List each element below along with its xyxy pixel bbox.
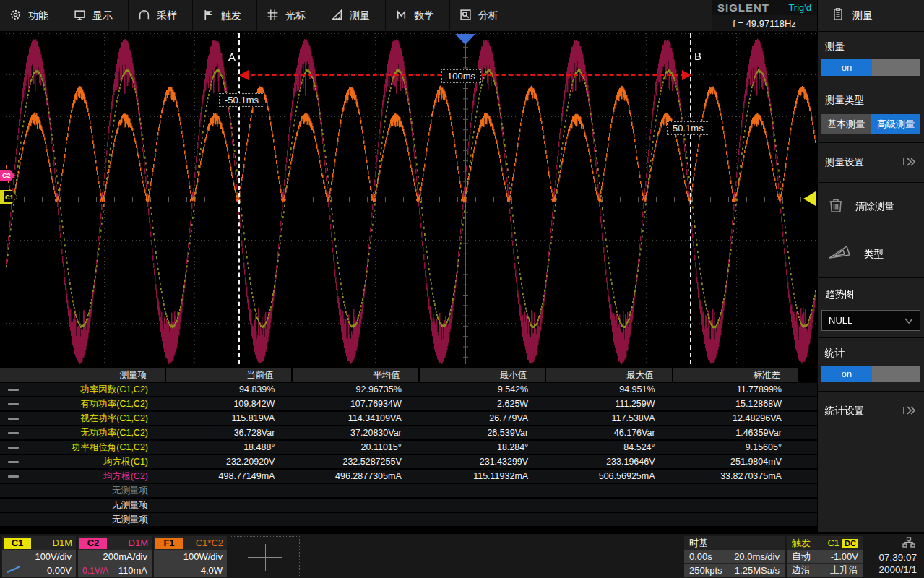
- channel2-probe-ratio: 0.1V/A: [82, 566, 108, 576]
- table-row[interactable]: 均方根(C1) 232.20920V 232.5287255V 231.4329…: [0, 455, 817, 470]
- trend-dropdown[interactable]: NULL: [821, 310, 920, 331]
- waveform-canvas[interactable]: [6, 33, 816, 364]
- measurement-current: 498.77149mA: [166, 471, 293, 481]
- menu-cursors[interactable]: 光标: [257, 0, 321, 31]
- table-row[interactable]: 视在功率(C1,C2) 115.819VA 114.34109VA 26.779…: [0, 412, 817, 426]
- trend-dash-icon: [0, 418, 26, 420]
- measurement-name: 视在功率(C1,C2): [26, 413, 166, 425]
- table-row[interactable]: 均方根(C2) 498.77149mA 496.2877305mA 115.11…: [0, 470, 817, 484]
- timebase-title: 时基: [689, 537, 708, 550]
- table-row[interactable]: 功率相位角(C1,C2) 18.488° 20.11015° 18.284° 8…: [0, 441, 817, 455]
- trigger-flag-icon: [202, 9, 215, 23]
- measure-kind-label: 类型: [864, 248, 884, 261]
- table-row[interactable]: 无测量项: [0, 499, 817, 513]
- trigger-mode: 自动: [792, 550, 811, 563]
- measurement-mean: 20.11015°: [293, 442, 419, 452]
- trend-label: 趋势图: [818, 278, 924, 307]
- analysis-icon: [459, 9, 472, 23]
- panel-expand-icon: [902, 405, 915, 418]
- menu-math[interactable]: 数学: [386, 0, 450, 31]
- header-stdev: 标准差: [673, 368, 798, 382]
- trigger-status: Trig'd: [788, 2, 811, 13]
- stats-settings-row[interactable]: 统计设置: [818, 392, 924, 431]
- cursor-b-line[interactable]: [690, 33, 691, 364]
- channel2-offset: 110mA: [118, 565, 147, 576]
- measurement-min: 9.542%: [420, 384, 546, 394]
- measurement-max: 94.951%: [546, 384, 673, 394]
- trigger-block[interactable]: 触发 C1DC 自动 -1.00V 边沿 上升沿: [787, 536, 863, 577]
- menu-measure[interactable]: 测量: [321, 0, 386, 31]
- cursor-a-line[interactable]: [238, 33, 240, 364]
- table-row[interactable]: 有功功率(C1,C2) 109.842W 107.76934W 2.625W 1…: [0, 397, 817, 412]
- stats-settings-label: 统计设置: [825, 405, 864, 418]
- trigger-coupling-chip: DC: [842, 539, 858, 548]
- table-row[interactable]: 无测量项: [0, 484, 817, 499]
- measure-toggle[interactable]: on: [821, 59, 920, 76]
- toggle-off-state: [872, 59, 920, 76]
- cursor-a-letter: A: [228, 51, 236, 63]
- trigger-level-marker[interactable]: [803, 191, 816, 206]
- trend-dash-icon: [0, 403, 26, 405]
- measure-settings-row[interactable]: 测量设置: [818, 143, 924, 182]
- add-channel-button[interactable]: [230, 536, 300, 577]
- measurement-name: 有功功率(C1,C2): [26, 398, 166, 410]
- measurement-max: 506.56925mA: [546, 471, 673, 481]
- menu-analysis[interactable]: 分析: [450, 0, 514, 31]
- menu-display[interactable]: 显示: [64, 0, 129, 31]
- math-f1-block[interactable]: F1 C1*C2 100W/div 4.0W: [154, 536, 227, 577]
- top-menu-bar: 功能 显示 采样 触发 光标 测量 数学 分析: [0, 0, 817, 31]
- table-row[interactable]: 无测量项: [0, 513, 817, 527]
- trigger-position-marker[interactable]: [455, 34, 475, 45]
- measurement-stdev: 33.8270375mA: [673, 471, 800, 481]
- toggle-off-state: [872, 366, 920, 382]
- measurement-name: 均方根(C1): [26, 456, 166, 468]
- frequency-counter: f = 49.97118Hz: [712, 15, 817, 31]
- channel1-badge: C1: [4, 538, 31, 549]
- timebase-points: 250kpts: [689, 565, 722, 576]
- channel2-block[interactable]: C2 D1M 200mA/div 0.1V/A 110mA: [78, 536, 152, 577]
- measurement-min: 231.43299V: [420, 457, 546, 467]
- stats-toggle[interactable]: on: [821, 366, 920, 382]
- stats-toggle-label: 统计: [818, 338, 924, 366]
- set-square-icon: [828, 243, 852, 264]
- siglent-logo: SIGLENT: [717, 1, 769, 14]
- timebase-block[interactable]: 时基 0.00s 20.0ms/div 250kpts 1.25MSa/s: [684, 536, 785, 577]
- table-header-row: 测量项 当前值 平均值 最小值 最大值 标准差: [0, 367, 817, 383]
- plus-icon: [265, 544, 266, 571]
- menu-acquire[interactable]: 采样: [129, 0, 193, 31]
- menu-utility[interactable]: 功能: [0, 0, 64, 31]
- basic-measure-button[interactable]: 基本测量: [821, 114, 871, 134]
- clear-measure-button[interactable]: 清除测量: [818, 183, 924, 230]
- display-icon: [74, 9, 86, 23]
- channel2-badge: C2: [79, 538, 107, 549]
- channel1-scale: 100V/div: [2, 550, 76, 564]
- table-row[interactable]: 无功功率(C1,C2) 36.728Var 37.20830Var 26.539…: [0, 426, 817, 441]
- advanced-measure-button[interactable]: 高级测量: [871, 114, 920, 134]
- channel1-block[interactable]: C1 D1M 100V/div 0.00V: [2, 536, 76, 577]
- header-mean: 平均值: [293, 368, 418, 382]
- measurement-stdev: 1.46359Var: [673, 428, 800, 438]
- measurement-name: 无测量项: [26, 499, 166, 512]
- measurement-name: 无功功率(C1,C2): [26, 427, 166, 439]
- measure-kind-button[interactable]: 类型: [818, 230, 924, 278]
- measurement-mean: 37.20830Var: [293, 428, 419, 438]
- measure-type-label: 测量类型: [818, 85, 924, 113]
- measurement-min: 2.625W: [420, 399, 546, 409]
- lan-icon: [902, 537, 915, 550]
- trend-dash-icon: [0, 475, 26, 478]
- channel1-coupling: D1M: [53, 538, 72, 548]
- measurement-min: 26.779VA: [420, 413, 546, 423]
- menu-label: 光标: [285, 9, 306, 22]
- menu-label: 采样: [157, 9, 177, 22]
- menu-trigger[interactable]: 触发: [193, 0, 257, 31]
- measurement-max: 233.19646V: [546, 457, 673, 467]
- cursor-arrow-right-icon: [682, 70, 691, 80]
- trend-dash-icon: [0, 389, 26, 391]
- channel2-scale: 200mA/div: [78, 550, 152, 564]
- table-row[interactable]: 功率因数(C1,C2) 94.839% 92.96735% 9.542% 94.…: [0, 383, 817, 397]
- panel-title: 测量: [852, 9, 873, 22]
- measurement-table-body: 功率因数(C1,C2) 94.839% 92.96735% 9.542% 94.…: [0, 383, 817, 527]
- timebase-delay: 0.00s: [689, 551, 712, 562]
- timebase-scale: 20.0ms/div: [734, 551, 780, 562]
- measurement-name: 无测量项: [26, 514, 166, 526]
